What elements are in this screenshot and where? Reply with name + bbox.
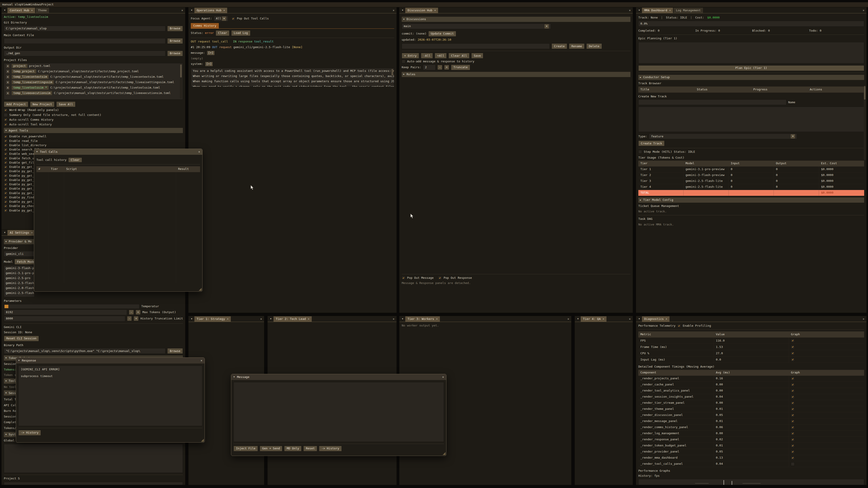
remove-file-button[interactable]: x — [6, 80, 10, 85]
message-to-history-button[interactable]: -> History — [319, 446, 342, 451]
clear-all-button[interactable]: Clear All — [448, 53, 469, 59]
collapse-all-button[interactable]: -All — [421, 53, 433, 59]
create-button[interactable]: Create — [552, 43, 567, 49]
remove-file-button[interactable]: x — [6, 75, 10, 79]
model-list-item[interactable]: gemini-2.5-pro — [4, 275, 34, 281]
collapse-arrow-icon[interactable]: ▼ — [2, 230, 7, 235]
collapse-arrow-icon[interactable]: ▼ — [234, 376, 235, 378]
summary-only-checkbox[interactable]: ✔ Summary Only (send file structure, not… — [4, 113, 183, 117]
graph-toggle-checkbox[interactable]: ✔ — [791, 401, 795, 405]
expand-all-button[interactable]: +All — [435, 53, 447, 59]
system-prompt-box[interactable]: You are a helpful coding assistant with … — [191, 68, 394, 87]
graph-toggle-checkbox[interactable]: ✔ — [791, 444, 795, 448]
close-icon[interactable]: ✕ — [308, 318, 309, 321]
tool-enable-checkbox[interactable]: ✔ Enable list_directory — [4, 143, 183, 147]
minus-button[interactable]: - — [437, 65, 442, 70]
graph-toggle-checkbox[interactable]: ✔ — [791, 420, 795, 423]
collapse-arrow-icon[interactable]: ▼ — [189, 8, 194, 13]
plus-button[interactable]: + — [133, 316, 138, 321]
discussions-header[interactable]: ▼Discussions — [402, 17, 630, 22]
resize-grip[interactable] — [442, 452, 445, 455]
graph-toggle-checkbox[interactable]: ✔ — [791, 438, 795, 442]
graph-toggle-checkbox[interactable]: ✔ — [791, 414, 795, 417]
delete-button[interactable]: Delete — [586, 43, 602, 49]
track-type-combo[interactable]: feature▼ — [649, 133, 797, 139]
close-icon[interactable]: ✕ — [227, 318, 228, 321]
md-only-button[interactable]: MD Only — [284, 446, 302, 451]
project-system-textarea[interactable] — [4, 482, 183, 485]
tool-enable-checkbox[interactable]: ✔ Enable read_file — [4, 139, 183, 143]
mma-scrollbar[interactable] — [864, 86, 866, 160]
collapse-arrow-icon[interactable]: ▼ — [637, 316, 642, 322]
tab-tier2-tech-lead[interactable]: Tier 2: Tech Lead✕ — [274, 316, 312, 322]
response-window[interactable]: ▼ Response ✕ [GEMINI_CLI API ERROR] subp… — [16, 357, 205, 443]
project-file-row[interactable]: x temp_project C:\projects\manual_slop\t… — [4, 69, 183, 74]
save-all-button[interactable]: Save All — [56, 101, 75, 107]
panel-close-icon[interactable]: ✕ — [391, 8, 397, 13]
tab-tier1-strategy[interactable]: Tier 1: Strategy✕ — [194, 316, 231, 322]
gen-send-button[interactable]: Gen + Send — [260, 446, 282, 451]
rename-button[interactable]: Rename — [569, 43, 585, 49]
tab-log-management[interactable]: Log Management — [674, 8, 703, 13]
model-list-item[interactable]: gemini-2.5-flash — [4, 281, 34, 286]
graph-toggle-checkbox[interactable]: ✔ — [791, 426, 795, 429]
track-name-input[interactable] — [638, 99, 786, 105]
pop-out-tool-calls-checkbox[interactable]: ✔ Pop Out Tool Calls — [231, 17, 269, 20]
close-icon[interactable]: ✕ — [669, 9, 671, 12]
panel-close-icon[interactable]: ✕ — [861, 8, 866, 13]
collapse-arrow-icon[interactable]: ▼ — [2, 8, 7, 13]
collapse-arrow-icon[interactable]: ▼ — [189, 316, 194, 322]
tab-diagnostics[interactable]: Diagnostics✕ — [642, 316, 670, 322]
expand-message-button[interactable]: [+] — [207, 51, 215, 55]
panel-close-icon[interactable]: ✕ — [861, 316, 866, 322]
epic-planning-textarea[interactable] — [638, 42, 864, 64]
remove-file-button[interactable]: x — [6, 69, 10, 74]
tool-calls-titlebar[interactable]: ▼ Tool Calls ✕ — [34, 149, 202, 155]
add-entry-button[interactable]: + Entry — [402, 53, 419, 59]
graph-toggle-checkbox[interactable]: ✔ — [791, 339, 795, 343]
project-file-badge[interactable]: temp_livetoolssim * — [12, 86, 49, 90]
close-icon[interactable]: ✕ — [666, 318, 667, 321]
clear-button[interactable]: Clear — [216, 30, 229, 36]
remove-file-button[interactable]: x — [6, 64, 10, 68]
model-list-item[interactable]: gemini-3.1-pro-pr — [4, 271, 34, 275]
project-file-row[interactable]: x temp_liveaisettingssim C:\projects\man… — [4, 79, 183, 85]
inject-file-button[interactable]: Inject File — [234, 446, 258, 451]
truncate-button[interactable]: Truncate — [451, 65, 470, 70]
collapse-arrow-icon[interactable]: ▼ — [575, 316, 581, 322]
project-file-row[interactable]: x temp_liveexecutionsim C:\projects\manu… — [4, 90, 183, 96]
graph-toggle-checkbox[interactable]: ✔ — [791, 432, 795, 435]
main-context-file-input[interactable] — [4, 38, 165, 44]
remove-file-button[interactable]: x — [6, 86, 10, 90]
menu-item[interactable]: Windows — [29, 3, 41, 6]
graph-toggle-checkbox[interactable]: ✔ — [791, 358, 795, 361]
project-file-badge[interactable]: temp_project — [12, 69, 36, 73]
git-directory-input[interactable]: C:\projects\manual_slop — [4, 26, 165, 31]
collapse-arrow-icon[interactable]: ▼ — [18, 359, 20, 362]
git-browse-button[interactable]: Browse — [167, 26, 183, 31]
global-system-textarea[interactable] — [4, 444, 183, 473]
pop-out-response-checkbox[interactable]: ✔ Pop Out Response — [438, 276, 472, 280]
response-titlebar[interactable]: ▼ Response ✕ — [16, 358, 205, 363]
remove-file-button[interactable]: x — [6, 91, 10, 95]
graph-toggle-checkbox[interactable]: ✔ — [791, 408, 795, 411]
conductor-setup-header[interactable]: ▶Conductor Setup — [638, 75, 864, 80]
reset-button[interactable]: Reset — [303, 446, 317, 451]
tab-context-hub[interactable]: Context Hub✕ — [7, 8, 35, 13]
output-dir-input[interactable]: ./md_gen — [4, 51, 165, 56]
model-list-item[interactable]: gemini-2.5-flash- — [4, 291, 34, 295]
main-context-browse-button[interactable]: Browse — [167, 38, 183, 44]
collapse-arrow-icon[interactable]: ▼ — [400, 8, 405, 13]
add-project-button[interactable]: Add Project — [4, 101, 28, 107]
tab-discussion-hub[interactable]: Discussion Hub✕ — [405, 8, 438, 13]
provider-combo[interactable]: gemini_cli — [4, 251, 35, 257]
autoscroll-tool-checkbox[interactable]: ✔ Auto-scroll Tool History — [4, 123, 183, 126]
close-icon[interactable]: ✕ — [436, 318, 438, 321]
panel-close-icon[interactable]: ✕ — [627, 8, 633, 13]
graph-toggle-checkbox[interactable]: ✔ — [791, 462, 795, 466]
panel-close-icon[interactable]: ✕ — [391, 316, 397, 322]
clear-tool-history-button[interactable]: Clear — [68, 158, 82, 162]
close-icon[interactable]: ✕ — [200, 359, 202, 362]
close-icon[interactable]: ✕ — [434, 9, 436, 12]
tab-theme[interactable]: Theme — [36, 8, 49, 13]
